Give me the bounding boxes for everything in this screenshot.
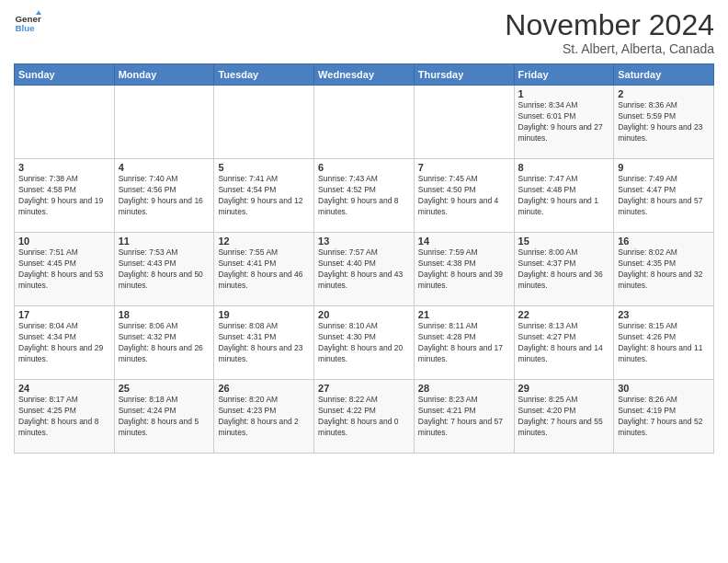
week-row-0: 1Sunrise: 8:34 AM Sunset: 6:01 PM Daylig… [15, 86, 714, 159]
day-cell: 24Sunrise: 8:17 AM Sunset: 4:25 PM Dayli… [15, 380, 115, 454]
day-info: Sunrise: 7:43 AM Sunset: 4:52 PM Dayligh… [318, 174, 410, 218]
calendar-table: Sunday Monday Tuesday Wednesday Thursday… [14, 63, 714, 454]
day-info: Sunrise: 8:36 AM Sunset: 5:59 PM Dayligh… [618, 100, 710, 144]
day-cell: 3Sunrise: 7:38 AM Sunset: 4:58 PM Daylig… [15, 159, 115, 233]
day-info: Sunrise: 8:26 AM Sunset: 4:19 PM Dayligh… [618, 395, 710, 439]
day-cell: 7Sunrise: 7:45 AM Sunset: 4:50 PM Daylig… [414, 159, 514, 233]
day-cell: 23Sunrise: 8:15 AM Sunset: 4:26 PM Dayli… [614, 306, 714, 380]
day-number: 19 [218, 309, 310, 320]
col-monday: Monday [114, 64, 214, 86]
day-info: Sunrise: 8:25 AM Sunset: 4:20 PM Dayligh… [518, 395, 610, 439]
day-info: Sunrise: 7:59 AM Sunset: 4:38 PM Dayligh… [418, 247, 510, 292]
day-cell: 16Sunrise: 8:02 AM Sunset: 4:35 PM Dayli… [614, 233, 714, 306]
day-cell: 10Sunrise: 7:51 AM Sunset: 4:45 PM Dayli… [15, 233, 115, 306]
day-number: 6 [318, 162, 410, 173]
day-info: Sunrise: 8:06 AM Sunset: 4:32 PM Dayligh… [119, 321, 210, 365]
day-cell: 5Sunrise: 7:41 AM Sunset: 4:54 PM Daylig… [214, 159, 314, 233]
day-cell: 14Sunrise: 7:59 AM Sunset: 4:38 PM Dayli… [414, 233, 514, 306]
day-cell: 30Sunrise: 8:26 AM Sunset: 4:19 PM Dayli… [614, 380, 714, 454]
day-number: 14 [418, 236, 510, 247]
day-cell: 2Sunrise: 8:36 AM Sunset: 5:59 PM Daylig… [614, 86, 714, 159]
day-cell: 19Sunrise: 8:08 AM Sunset: 4:31 PM Dayli… [214, 306, 314, 380]
day-info: Sunrise: 8:10 AM Sunset: 4:30 PM Dayligh… [318, 321, 410, 365]
day-cell: 29Sunrise: 8:25 AM Sunset: 4:20 PM Dayli… [514, 380, 614, 454]
day-info: Sunrise: 7:45 AM Sunset: 4:50 PM Dayligh… [418, 174, 510, 218]
day-info: Sunrise: 7:38 AM Sunset: 4:58 PM Dayligh… [18, 174, 110, 218]
day-number: 26 [218, 383, 310, 394]
day-info: Sunrise: 7:53 AM Sunset: 4:43 PM Dayligh… [119, 247, 210, 292]
day-cell [314, 86, 415, 159]
day-number: 11 [119, 236, 210, 247]
day-number: 25 [119, 383, 210, 394]
main-container: General Blue November 2024 St. Albert, A… [0, 0, 728, 458]
day-info: Sunrise: 7:57 AM Sunset: 4:40 PM Dayligh… [318, 247, 410, 292]
day-info: Sunrise: 8:34 AM Sunset: 6:01 PM Dayligh… [518, 100, 610, 144]
day-number: 30 [618, 383, 710, 394]
day-number: 21 [418, 309, 510, 320]
day-cell: 6Sunrise: 7:43 AM Sunset: 4:52 PM Daylig… [314, 159, 415, 233]
day-info: Sunrise: 7:51 AM Sunset: 4:45 PM Dayligh… [18, 247, 110, 292]
day-info: Sunrise: 8:20 AM Sunset: 4:23 PM Dayligh… [218, 395, 310, 439]
day-cell: 25Sunrise: 8:18 AM Sunset: 4:24 PM Dayli… [114, 380, 214, 454]
day-info: Sunrise: 7:55 AM Sunset: 4:41 PM Dayligh… [218, 247, 310, 292]
header: General Blue November 2024 St. Albert, A… [14, 9, 714, 56]
day-number: 24 [18, 383, 110, 394]
day-cell: 11Sunrise: 7:53 AM Sunset: 4:43 PM Dayli… [114, 233, 214, 306]
col-friday: Friday [514, 64, 614, 86]
day-cell: 13Sunrise: 7:57 AM Sunset: 4:40 PM Dayli… [314, 233, 415, 306]
day-cell: 9Sunrise: 7:49 AM Sunset: 4:47 PM Daylig… [614, 159, 714, 233]
day-cell: 4Sunrise: 7:40 AM Sunset: 4:56 PM Daylig… [114, 159, 214, 233]
day-number: 13 [318, 236, 410, 247]
day-info: Sunrise: 8:08 AM Sunset: 4:31 PM Dayligh… [218, 321, 310, 365]
day-info: Sunrise: 8:22 AM Sunset: 4:22 PM Dayligh… [318, 395, 410, 439]
week-row-4: 24Sunrise: 8:17 AM Sunset: 4:25 PM Dayli… [15, 380, 714, 454]
day-number: 20 [318, 309, 410, 320]
day-number: 10 [18, 236, 110, 247]
day-number: 4 [119, 162, 210, 173]
day-number: 9 [618, 162, 710, 173]
day-cell [15, 86, 115, 159]
day-info: Sunrise: 8:00 AM Sunset: 4:37 PM Dayligh… [518, 247, 610, 292]
day-cell: 27Sunrise: 8:22 AM Sunset: 4:22 PM Dayli… [314, 380, 415, 454]
day-cell: 8Sunrise: 7:47 AM Sunset: 4:48 PM Daylig… [514, 159, 614, 233]
week-row-1: 3Sunrise: 7:38 AM Sunset: 4:58 PM Daylig… [15, 159, 714, 233]
day-number: 27 [318, 383, 410, 394]
day-number: 2 [618, 88, 710, 99]
day-info: Sunrise: 8:04 AM Sunset: 4:34 PM Dayligh… [18, 321, 110, 365]
day-info: Sunrise: 8:23 AM Sunset: 4:21 PM Dayligh… [418, 395, 510, 439]
svg-text:Blue: Blue [16, 23, 36, 33]
day-cell: 26Sunrise: 8:20 AM Sunset: 4:23 PM Dayli… [214, 380, 314, 454]
col-saturday: Saturday [614, 64, 714, 86]
day-info: Sunrise: 8:13 AM Sunset: 4:27 PM Dayligh… [518, 321, 610, 365]
day-info: Sunrise: 7:40 AM Sunset: 4:56 PM Dayligh… [119, 174, 210, 218]
day-cell: 1Sunrise: 8:34 AM Sunset: 6:01 PM Daylig… [514, 86, 614, 159]
day-number: 28 [418, 383, 510, 394]
day-number: 1 [518, 88, 610, 99]
day-cell: 12Sunrise: 7:55 AM Sunset: 4:41 PM Dayli… [214, 233, 314, 306]
subtitle: St. Albert, Alberta, Canada [505, 41, 714, 56]
day-number: 8 [518, 162, 610, 173]
day-cell: 15Sunrise: 8:00 AM Sunset: 4:37 PM Dayli… [514, 233, 614, 306]
day-number: 23 [618, 309, 710, 320]
day-info: Sunrise: 8:02 AM Sunset: 4:35 PM Dayligh… [618, 247, 710, 292]
week-row-2: 10Sunrise: 7:51 AM Sunset: 4:45 PM Dayli… [15, 233, 714, 306]
header-row: Sunday Monday Tuesday Wednesday Thursday… [15, 64, 714, 86]
day-number: 3 [18, 162, 110, 173]
day-cell: 17Sunrise: 8:04 AM Sunset: 4:34 PM Dayli… [15, 306, 115, 380]
logo: General Blue [14, 9, 41, 37]
day-number: 17 [18, 309, 110, 320]
week-row-3: 17Sunrise: 8:04 AM Sunset: 4:34 PM Dayli… [15, 306, 714, 380]
day-number: 15 [518, 236, 610, 247]
day-cell [114, 86, 214, 159]
day-info: Sunrise: 7:49 AM Sunset: 4:47 PM Dayligh… [618, 174, 710, 218]
day-info: Sunrise: 8:17 AM Sunset: 4:25 PM Dayligh… [18, 395, 110, 439]
col-thursday: Thursday [414, 64, 514, 86]
day-cell: 22Sunrise: 8:13 AM Sunset: 4:27 PM Dayli… [514, 306, 614, 380]
day-info: Sunrise: 8:11 AM Sunset: 4:28 PM Dayligh… [418, 321, 510, 365]
day-info: Sunrise: 7:41 AM Sunset: 4:54 PM Dayligh… [218, 174, 310, 218]
day-info: Sunrise: 8:15 AM Sunset: 4:26 PM Dayligh… [618, 321, 710, 365]
day-cell: 21Sunrise: 8:11 AM Sunset: 4:28 PM Dayli… [414, 306, 514, 380]
day-number: 29 [518, 383, 610, 394]
month-title: November 2024 [505, 9, 714, 41]
day-number: 12 [218, 236, 310, 247]
